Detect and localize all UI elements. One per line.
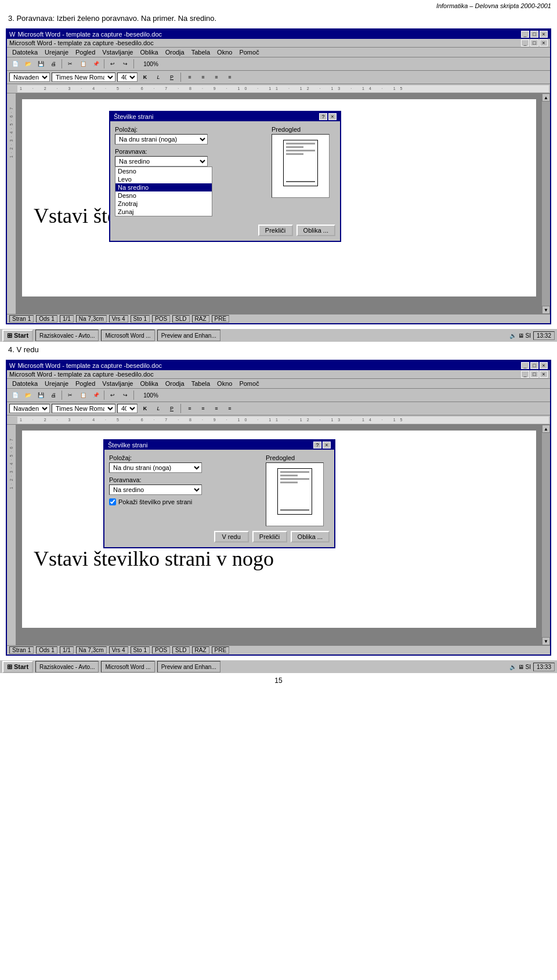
bold-btn-1[interactable]: K (139, 72, 151, 82)
tb-redo-2[interactable]: ↪ (120, 390, 131, 400)
italic-btn-1[interactable]: L (153, 72, 164, 82)
taskbar-item-1a[interactable]: Raziskovalec - Avto... (35, 330, 99, 341)
tb-new-2[interactable]: 📄 (9, 390, 21, 400)
oblika-btn-2[interactable]: Oblika ... (291, 531, 330, 543)
menu-oblika-2[interactable]: Oblika (137, 379, 161, 388)
italic-btn-2[interactable]: L (153, 403, 164, 414)
preklic-btn-1[interactable]: Prekliči (258, 225, 293, 236)
underline-btn-1[interactable]: P (166, 72, 178, 82)
dropdown-item-nasredino-1[interactable]: Na sredino (115, 183, 212, 191)
menu-pogled-2[interactable]: Pogled (73, 379, 98, 388)
menu-pogled-1[interactable]: Pogled (73, 48, 98, 56)
menu-datoteka-2[interactable]: Datoteka (9, 379, 41, 388)
taskbar-item-1b[interactable]: Microsoft Word ... (101, 330, 154, 341)
show-first-checkbox-2[interactable] (109, 498, 116, 505)
tb-copy-2[interactable]: 📋 (77, 390, 89, 400)
dropdown-item-znotraj-1[interactable]: Znotraj (115, 200, 212, 208)
tb-undo-2[interactable]: ↩ (107, 390, 118, 400)
font-select-1[interactable]: Times New Roman (52, 73, 115, 82)
položaj-select-1[interactable]: Na dnu strani (noga) (115, 134, 208, 144)
tb-save-1[interactable]: 💾 (35, 59, 46, 69)
dialog-help-1[interactable]: ? (319, 113, 327, 120)
menu-orodja-1[interactable]: Orodja (162, 48, 187, 56)
maximize-btn-2[interactable]: □ (530, 362, 538, 369)
minimize-btn-1[interactable]: _ (521, 31, 529, 38)
tb-zoom-2[interactable]: 100% (136, 390, 165, 400)
tb-print-2[interactable]: 🖨 (48, 390, 59, 400)
tb-zoom-1[interactable]: 100% (136, 59, 165, 69)
poravnava-select-1[interactable]: Desno Levo Na sredino Znotraj Zunaj (115, 156, 208, 167)
scroll-track-2[interactable] (542, 433, 550, 637)
underline-btn-2[interactable]: P (166, 403, 178, 414)
scroll-down-1[interactable]: ▼ (542, 306, 550, 314)
close-btn-2[interactable]: × (540, 362, 548, 369)
menu-datoteka-1[interactable]: Datoteka (9, 48, 41, 56)
style-select-2[interactable]: Navaden (9, 404, 50, 413)
položaj-select-2[interactable]: Na dnu strani (noga) (109, 462, 202, 473)
font-select-2[interactable]: Times New Roman (52, 404, 115, 413)
inner-close-2[interactable]: × (540, 371, 548, 378)
tb-open-2[interactable]: 📂 (22, 390, 34, 400)
menu-tabela-1[interactable]: Tabela (189, 48, 213, 56)
bold-btn-2[interactable]: K (139, 403, 151, 414)
inner-min-2[interactable]: _ (521, 371, 529, 378)
size-select-1[interactable]: 40 (117, 73, 138, 82)
tb-cut-1[interactable]: ✂ (64, 59, 76, 69)
taskbar-item-2b[interactable]: Microsoft Word ... (101, 661, 154, 672)
dialog-help-2[interactable]: ? (313, 442, 321, 449)
dropdown-item-desno-1[interactable]: Desno (115, 167, 212, 175)
align-justify-1[interactable]: ≡ (224, 72, 236, 82)
menu-vstavljanje-2[interactable]: Vstavljanje (99, 379, 136, 388)
scroll-down-2[interactable]: ▼ (542, 637, 550, 645)
poravnava-select-2[interactable]: Desno Levo Na sredino Znotraj Zunaj (109, 484, 202, 495)
close-btn-1[interactable]: × (540, 31, 548, 38)
align-center-1[interactable]: ≡ (197, 72, 209, 82)
align-left-2[interactable]: ≡ (184, 403, 196, 414)
menu-pomoc-2[interactable]: Pomoč (236, 379, 262, 388)
menu-okno-1[interactable]: Okno (214, 48, 235, 56)
tb-paste-2[interactable]: 📌 (90, 390, 102, 400)
vredu-btn-2[interactable]: V redu (214, 531, 249, 543)
menu-vstavljanje-1[interactable]: Vstavljanje (99, 48, 136, 56)
menu-urejanje-2[interactable]: Urejanje (42, 379, 71, 388)
align-justify-2[interactable]: ≡ (224, 403, 236, 414)
minimize-btn-2[interactable]: _ (521, 362, 529, 369)
menu-oblika-1[interactable]: Oblika (137, 48, 161, 56)
menu-okno-2[interactable]: Okno (214, 379, 235, 388)
scroll-track-1[interactable] (542, 102, 550, 306)
scroll-up-1[interactable]: ▲ (542, 93, 550, 102)
tb-cut-2[interactable]: ✂ (64, 390, 76, 400)
size-select-2[interactable]: 40 (117, 404, 138, 413)
tb-print-1[interactable]: 🖨 (48, 59, 59, 69)
preklic-btn-2[interactable]: Prekliči (252, 531, 287, 543)
menu-orodja-2[interactable]: Orodja (162, 379, 187, 388)
inner-close-1[interactable]: × (540, 39, 548, 46)
tb-open-1[interactable]: 📂 (22, 59, 34, 69)
tb-redo-1[interactable]: ↪ (120, 59, 131, 69)
start-btn-1[interactable]: ⊞ Start (2, 330, 33, 342)
taskbar-item-2a[interactable]: Raziskovalec - Avto... (35, 661, 99, 672)
maximize-btn-1[interactable]: □ (530, 31, 538, 38)
inner-max-1[interactable]: □ (530, 39, 538, 46)
inner-min-1[interactable]: _ (521, 39, 529, 46)
dropdown-item-levo-1[interactable]: Levo (115, 175, 212, 183)
tb-paste-1[interactable]: 📌 (90, 59, 102, 69)
taskbar-item-2c[interactable]: Preview and Enhan... (157, 661, 220, 672)
start-btn-2[interactable]: ⊞ Start (2, 661, 33, 673)
dialog-close-2[interactable]: × (323, 442, 331, 449)
menu-tabela-2[interactable]: Tabela (189, 379, 213, 388)
align-center-2[interactable]: ≡ (197, 403, 209, 414)
tb-save-2[interactable]: 💾 (35, 390, 46, 400)
dialog-close-1[interactable]: × (328, 113, 337, 120)
scroll-up-2[interactable]: ▲ (542, 425, 550, 433)
align-right-1[interactable]: ≡ (211, 72, 222, 82)
tb-undo-1[interactable]: ↩ (107, 59, 118, 69)
menu-pomoc-1[interactable]: Pomoč (236, 48, 262, 56)
menu-urejanje-1[interactable]: Urejanje (42, 48, 71, 56)
inner-max-2[interactable]: □ (530, 371, 538, 378)
dropdown-item-desno2-1[interactable]: Desno (115, 191, 212, 200)
taskbar-item-1c[interactable]: Preview and Enhan... (157, 330, 220, 341)
tb-new-1[interactable]: 📄 (9, 59, 21, 69)
dropdown-item-zunaj-1[interactable]: Zunaj (115, 208, 212, 216)
tb-copy-1[interactable]: 📋 (77, 59, 89, 69)
